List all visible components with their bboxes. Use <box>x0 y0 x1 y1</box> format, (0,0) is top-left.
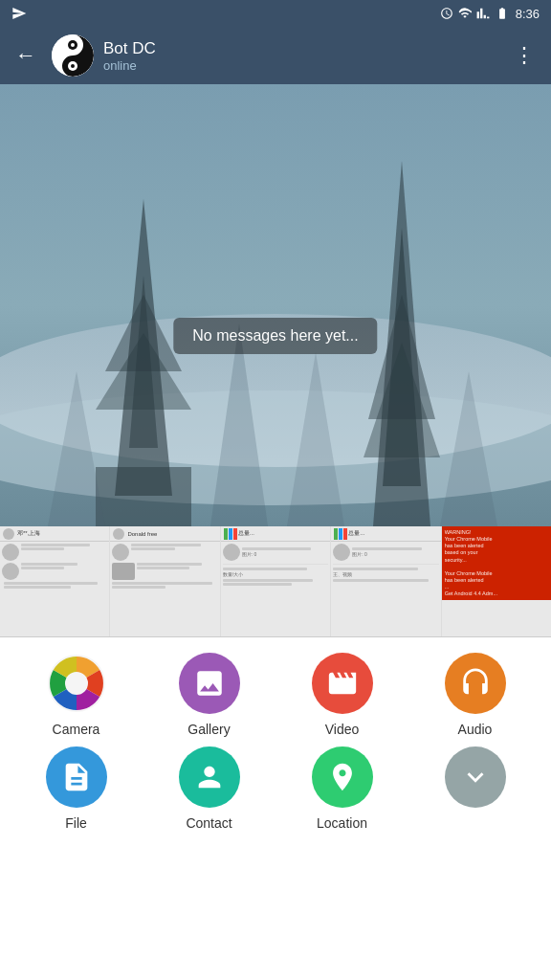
location-button[interactable]: Location <box>290 746 395 831</box>
back-button[interactable]: ← <box>10 37 42 74</box>
camera-icon-svg <box>46 653 107 714</box>
status-bar: 8:36 <box>0 0 551 27</box>
more-button[interactable] <box>423 746 528 831</box>
camera-button[interactable]: Camera <box>24 653 129 737</box>
bot-name: Bot DC <box>103 39 498 58</box>
action-row-1: Camera Gallery Video <box>0 653 551 737</box>
file-button[interactable]: File <box>24 746 129 831</box>
contact-icon-svg <box>193 761 226 793</box>
file-icon <box>46 746 107 808</box>
svg-marker-10 <box>96 467 191 526</box>
gallery-label: Gallery <box>187 722 230 737</box>
gallery-icon <box>179 653 240 714</box>
audio-button[interactable]: Audio <box>423 653 528 737</box>
thumb-avatar <box>3 528 14 540</box>
row-avatar <box>112 544 129 561</box>
bot-status: online <box>103 58 498 73</box>
file-label: File <box>65 815 87 831</box>
contact-label: Contact <box>186 815 231 831</box>
wifi-icon <box>458 7 472 20</box>
svg-point-4 <box>71 64 75 68</box>
thumbnail-warning[interactable]: WARNING! Your Chrome Mobile has been ale… <box>442 526 551 636</box>
chat-scene <box>0 84 551 526</box>
signal-icon <box>476 7 490 20</box>
thumb-avatar <box>113 528 124 540</box>
avatar <box>52 34 94 77</box>
video-button[interactable]: Video <box>290 653 395 737</box>
battery-icon <box>495 7 510 20</box>
camera-icon <box>46 653 107 714</box>
action-row-2: File Contact Location <box>0 746 551 831</box>
no-messages-label: No messages here yet... <box>173 318 377 354</box>
status-icons <box>440 7 510 20</box>
menu-button[interactable]: ⋮ <box>508 37 541 74</box>
location-icon <box>312 746 373 808</box>
contact-icon <box>179 746 240 808</box>
thumbnail-1[interactable]: 邓**,上海 <box>0 526 110 636</box>
thumbnail-3[interactable]: 总量... 图片: 0 数量/大小 <box>221 526 331 636</box>
contact-button[interactable]: Contact <box>157 746 262 831</box>
video-label: Video <box>325 722 360 737</box>
gallery-button[interactable]: Gallery <box>157 653 262 737</box>
audio-icon <box>445 653 506 714</box>
row-avatar <box>2 544 19 561</box>
row-avatar <box>333 544 350 561</box>
location-label: Location <box>317 815 367 831</box>
file-icon-svg <box>60 761 93 793</box>
send-icon <box>11 6 27 21</box>
yin-yang-icon <box>52 34 94 77</box>
row-avatar <box>2 563 19 580</box>
thumbnail-2[interactable]: Donald free <box>110 526 220 636</box>
svg-point-3 <box>71 43 75 47</box>
audio-label: Audio <box>458 722 493 737</box>
header-info: Bot DC online <box>103 39 498 73</box>
chat-background: No messages here yet... <box>0 84 551 526</box>
video-icon-svg <box>326 667 359 700</box>
row-avatar <box>223 544 240 561</box>
chevron-down-icon <box>459 761 492 793</box>
audio-icon-svg <box>459 667 492 700</box>
header: ← Bot DC online ⋮ <box>0 27 551 84</box>
video-icon <box>312 653 373 714</box>
camera-label: Camera <box>53 722 100 737</box>
location-icon-svg <box>326 761 359 793</box>
gallery-icon-svg <box>193 667 226 700</box>
status-time: 8:36 <box>516 7 540 21</box>
svg-point-22 <box>65 672 88 695</box>
thumbnail-4[interactable]: 总量... 图片: 0 王、视频 <box>331 526 441 636</box>
alarm-icon <box>440 7 453 20</box>
thumbnail-strip: 邓**,上海 <box>0 526 551 637</box>
action-panel: Camera Gallery Video <box>0 637 551 850</box>
more-icon <box>445 746 506 808</box>
chat-area: No messages here yet... <box>0 84 551 526</box>
